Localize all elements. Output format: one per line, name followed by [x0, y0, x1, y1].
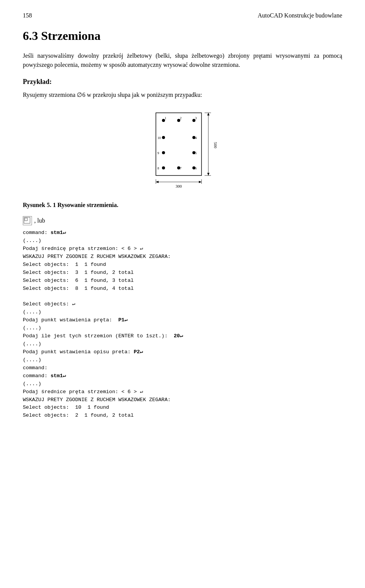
cmd-line-17: command: stm1↵ — [23, 372, 342, 380]
cmd-line-blank — [23, 293, 342, 301]
cmd-line-8: Select objects: ↵ — [23, 300, 342, 308]
cmd-line-0: command: stm1↵ — [23, 229, 342, 237]
svg-point-23 — [162, 151, 165, 154]
cmd-line-14: Podaj punkt wstawienia opisu preta: P2↵ — [23, 348, 342, 356]
svg-text:3: 3 — [195, 116, 197, 120]
svg-text:10: 10 — [157, 136, 161, 140]
svg-text:5: 5 — [195, 151, 197, 155]
cmd-line-3: WSKAZUJ PRETY ZGODNIE Z RUCHEM WSKAZOWEK… — [23, 253, 342, 261]
cmd-line-7: Select objects: 8 1 found, 4 total — [23, 285, 342, 293]
svg-text:300: 300 — [176, 184, 182, 188]
svg-marker-5 — [207, 173, 209, 175]
chapter-title: 6.3 Strzemiona — [23, 27, 342, 44]
cmd-line-20: WSKAZUJ PRETY ZGODNIE Z RUCHEM WSKAZOWEK… — [23, 396, 342, 404]
svg-text:7: 7 — [180, 166, 182, 170]
toolbar-icon[interactable] — [23, 216, 32, 225]
svg-text:9: 9 — [157, 151, 159, 155]
cmd-line-4: Select objects: 1 1 found — [23, 261, 342, 269]
cmd-line-5: Select objects: 3 1 found, 2 total — [23, 269, 342, 277]
cmd-line-1: (....) — [23, 237, 342, 245]
page-number: 158 — [23, 11, 32, 20]
cmd-line-6: Select objects: 6 1 found, 3 total — [23, 277, 342, 285]
cmd-line-11: (....) — [23, 324, 342, 332]
cmd-line-22: Select objects: 2 1 found, 2 total — [23, 412, 342, 420]
svg-rect-0 — [156, 113, 202, 175]
svg-text:1: 1 — [165, 116, 167, 120]
svg-text:500: 500 — [213, 142, 218, 149]
cmd-line-2: Podaj średnicę pręta strzemion: < 6 > ↵ — [23, 245, 342, 253]
figure-container: 500 300 1 2 3 10 4 9 5 — [23, 107, 342, 193]
svg-rect-34 — [25, 218, 27, 221]
cmd-line-10: Podaj punkt wstawienia pręta: P1↵ — [23, 316, 342, 324]
cmd-line-13: (....) — [23, 340, 342, 348]
svg-text:6: 6 — [195, 166, 197, 170]
cmd-line-15: (....) — [23, 356, 342, 364]
cmd-line-12: Podaj ile jest tych strzemion (ENTER to … — [23, 332, 342, 340]
svg-text:8: 8 — [157, 166, 159, 170]
book-title: AutoCAD Konstrukcje budowlane — [258, 11, 342, 20]
svg-marker-11 — [199, 181, 202, 183]
svg-point-19 — [162, 136, 165, 139]
cmd-line-16: command: — [23, 364, 342, 372]
svg-text:4: 4 — [195, 136, 197, 140]
command-section: command: stm1↵ (....) Podaj średnicę prę… — [23, 229, 342, 420]
cmd-line-21: Select objects: 10 1 found — [23, 404, 342, 412]
svg-text:2: 2 — [180, 116, 182, 120]
cmd-line-18: (....) — [23, 380, 342, 388]
cmd-line-19: Podaj średnice pręta strzemion: < 6 > ↵ — [23, 388, 342, 396]
icon-row: , lub — [23, 216, 342, 225]
figure-caption: Rysunek 5. 1 Rysowanie strzemienia. — [23, 201, 342, 209]
example-label: Przykład: — [23, 77, 342, 87]
example-desc: Rysujemy strzemiona ∅6 w przekroju słupa… — [23, 90, 342, 100]
intro-text: Jeśli narysowaliśmy dowolny przekrój żel… — [23, 51, 342, 70]
cmd-line-9: (....) — [23, 308, 342, 316]
svg-point-27 — [162, 166, 165, 169]
figure-box: 500 300 1 2 3 10 4 9 5 — [144, 107, 221, 193]
svg-marker-4 — [207, 113, 209, 115]
lub-label: , lub — [34, 217, 45, 225]
svg-marker-10 — [156, 181, 159, 183]
